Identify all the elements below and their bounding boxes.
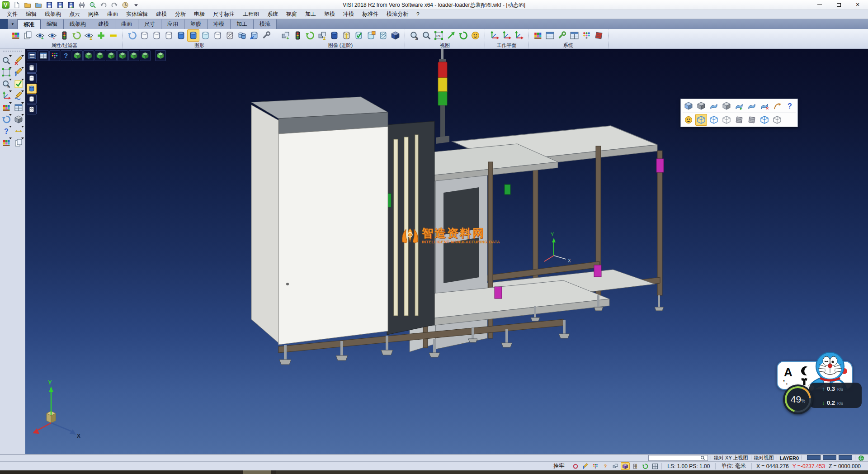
- confirm-check[interactable]: [13, 78, 24, 90]
- grid-settings[interactable]: [593, 29, 605, 42]
- panel-settings[interactable]: [568, 29, 580, 42]
- display-options[interactable]: [260, 29, 273, 42]
- zoom-scale-1-1[interactable]: 1:1: [433, 29, 445, 42]
- shade-with-edges[interactable]: [683, 100, 694, 112]
- entity-attributes[interactable]: [0, 102, 12, 114]
- view-orientation-2[interactable]: [83, 50, 94, 61]
- render-filter[interactable]: [292, 29, 304, 42]
- view-orientation-3[interactable]: [94, 50, 105, 61]
- toolbar-drag-handle[interactable]: [3, 51, 22, 53]
- battery-gauge[interactable]: 49%: [783, 384, 813, 414]
- curve-tool[interactable]: [771, 100, 783, 112]
- layer-swatch-1[interactable]: [823, 455, 836, 460]
- zoom-in-out[interactable]: ±: [0, 78, 12, 90]
- view-mode-indicator[interactable]: 绝对 XY 上视图: [714, 455, 748, 461]
- menu-item-10[interactable]: 尺寸标注: [209, 9, 239, 19]
- globe-icon[interactable]: [858, 455, 864, 461]
- search-icon[interactable]: [700, 455, 705, 460]
- shaded-display[interactable]: [175, 29, 187, 42]
- viewport-menu[interactable]: [27, 50, 38, 61]
- dynamic-view[interactable]: [445, 29, 457, 42]
- solid-texture[interactable]: [328, 29, 340, 42]
- menu-item-13[interactable]: 视窗: [282, 9, 301, 19]
- rotate-mode[interactable]: [641, 462, 650, 470]
- toggle-visibility[interactable]: ±: [83, 29, 95, 42]
- wire-view-blue[interactable]: [708, 114, 720, 126]
- menu-item-1[interactable]: 编辑: [22, 9, 41, 19]
- quick-access-more[interactable]: [131, 0, 141, 10]
- menu-item-17[interactable]: 标准件: [358, 9, 382, 19]
- status-search-input[interactable]: [650, 455, 700, 460]
- save-all[interactable]: ▸: [66, 0, 76, 10]
- dynamic-section[interactable]: [721, 100, 732, 112]
- view-orientation-7[interactable]: [140, 50, 151, 61]
- surface-smooth[interactable]: [746, 100, 758, 112]
- zoom-window[interactable]: ±: [408, 29, 420, 42]
- minimize-button[interactable]: [810, 0, 829, 9]
- shade-gray[interactable]: [695, 100, 707, 112]
- render-face[interactable]: [683, 114, 694, 126]
- striped-texture[interactable]: [340, 29, 353, 42]
- viewport-display-mode[interactable]: [38, 50, 49, 61]
- display-transparent[interactable]: [27, 104, 37, 114]
- display-panel[interactable]: [544, 29, 556, 42]
- view-orientation-6[interactable]: [128, 50, 139, 61]
- menu-item-6[interactable]: 实体编辑: [122, 9, 152, 19]
- tab-6[interactable]: 应用: [161, 19, 184, 29]
- selection-frame[interactable]: [0, 66, 12, 78]
- toggle-render[interactable]: ±: [316, 29, 328, 42]
- verify-texture[interactable]: [353, 29, 365, 42]
- color-settings[interactable]: [532, 29, 544, 42]
- print-preview[interactable]: [88, 0, 98, 10]
- save[interactable]: [44, 0, 54, 10]
- panel-view-1[interactable]: [733, 114, 745, 126]
- show-entities[interactable]: +: [34, 29, 46, 42]
- hide-all[interactable]: [107, 29, 119, 42]
- tab-3[interactable]: 建模: [92, 19, 115, 29]
- dashed-display[interactable]: [163, 29, 175, 42]
- transparent-display[interactable]: [199, 29, 212, 42]
- float-help[interactable]: ?: [784, 100, 796, 112]
- modify-attributes[interactable]: [9, 29, 22, 42]
- show-all[interactable]: [95, 29, 107, 42]
- copy-attributes[interactable]: [22, 29, 34, 42]
- menu-item-8[interactable]: 分析: [171, 9, 190, 19]
- new-document[interactable]: [12, 0, 22, 10]
- list-columns[interactable]: [631, 462, 640, 470]
- selection-settings[interactable]: [580, 29, 593, 42]
- menu-item-9[interactable]: 电极: [190, 9, 209, 19]
- refresh-graphics[interactable]: [126, 29, 138, 42]
- measure-distance[interactable]: [13, 125, 24, 137]
- mixed-display[interactable]: [224, 29, 236, 42]
- shaded-edge-display[interactable]: [187, 29, 199, 42]
- tab-4[interactable]: 曲面: [115, 19, 138, 29]
- hide-entities[interactable]: -: [46, 29, 58, 42]
- view-orientation-4[interactable]: [106, 50, 117, 61]
- tab-2[interactable]: 线架构: [64, 19, 92, 29]
- menu-item-16[interactable]: 冲模: [339, 9, 358, 19]
- edit-texture[interactable]: [365, 29, 377, 42]
- status-help[interactable]: ?: [601, 462, 610, 470]
- absolute-view-indicator[interactable]: 绝对视图: [754, 455, 774, 461]
- active-layer-indicator[interactable]: LAYER0: [780, 455, 799, 461]
- save-as[interactable]: +: [55, 0, 65, 10]
- open-file[interactable]: [23, 0, 33, 10]
- refresh-visibility[interactable]: [71, 29, 83, 42]
- wire-cube-light[interactable]: [771, 114, 783, 126]
- menu-item-18[interactable]: 模流分析: [382, 9, 412, 19]
- menu-item-5[interactable]: 曲面: [103, 9, 122, 19]
- maximize-button[interactable]: [829, 0, 848, 9]
- advanced-shading[interactable]: [389, 29, 401, 42]
- tab-5[interactable]: 尺寸: [138, 19, 161, 29]
- ghost-display[interactable]: [212, 29, 224, 42]
- layer-swatch-2[interactable]: [839, 455, 852, 460]
- print[interactable]: [77, 0, 87, 10]
- close-button[interactable]: ✕: [848, 0, 867, 9]
- tab-9[interactable]: 加工: [231, 19, 254, 29]
- wireframe-display[interactable]: [138, 29, 151, 42]
- surface-analysis[interactable]: [708, 100, 720, 112]
- display-shaded-edges[interactable]: [27, 94, 37, 104]
- wire-view-gray[interactable]: [721, 114, 732, 126]
- workplane-align[interactable]: [500, 29, 513, 42]
- menu-item-4[interactable]: 网格: [84, 9, 103, 19]
